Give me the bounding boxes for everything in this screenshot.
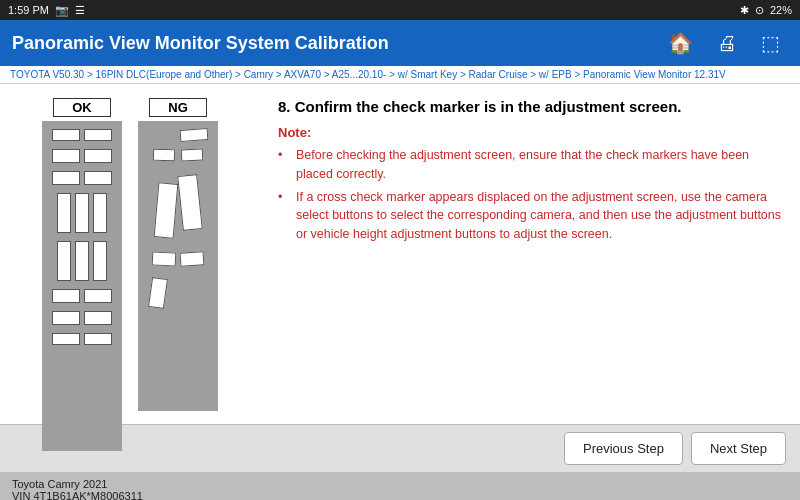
battery-text: 22% xyxy=(770,4,792,16)
bullet-item-2: • If a cross check marker appears displa… xyxy=(278,188,782,244)
footer: Toyota Camry 2021 VIN 4T1B61AK*M8006311 xyxy=(0,472,800,500)
bullet-dot-2: • xyxy=(278,188,292,207)
ok-diagram: OK xyxy=(42,98,122,451)
instructions-panel: 8. Confirm the check marker is in the ad… xyxy=(260,84,800,424)
status-bar: 1:59 PM 📷 ☰ ✱ ⊙ 22% xyxy=(0,0,800,20)
main-content: OK xyxy=(0,84,800,424)
ok-diagram-body xyxy=(42,121,122,451)
status-bar-left: 1:59 PM 📷 ☰ xyxy=(8,4,85,17)
wifi-icon: ⊙ xyxy=(755,4,764,17)
bullet-item-1: • Before checking the adjustment screen,… xyxy=(278,146,782,184)
next-step-button[interactable]: Next Step xyxy=(691,432,786,465)
page-title: Panoramic View Monitor System Calibratio… xyxy=(12,33,389,54)
bullet-text-1: Before checking the adjustment screen, e… xyxy=(296,146,782,184)
header-icons: 🏠 🖨 ⬚ xyxy=(660,27,788,59)
ng-label: NG xyxy=(149,98,207,117)
bluetooth-icon: ✱ xyxy=(740,4,749,17)
print-button[interactable]: 🖨 xyxy=(709,28,745,59)
breadcrumb: TOYOTA V50.30 > 16PIN DLC(Europe and Oth… xyxy=(0,66,800,84)
footer-info: Toyota Camry 2021 VIN 4T1B61AK*M8006311 xyxy=(12,478,143,500)
signal-icon: ☰ xyxy=(75,4,85,17)
status-bar-right: ✱ ⊙ 22% xyxy=(740,4,792,17)
home-button[interactable]: 🏠 xyxy=(660,27,701,59)
bullet-dot-1: • xyxy=(278,146,292,165)
diagram-panel: OK xyxy=(0,84,260,424)
camera-icon: 📷 xyxy=(55,4,69,17)
ng-diagram-body xyxy=(138,121,218,411)
ok-label: OK xyxy=(53,98,111,117)
previous-step-button[interactable]: Previous Step xyxy=(564,432,683,465)
car-model: Toyota Camry 2021 xyxy=(12,478,143,490)
vin-text: VIN 4T1B61AK*M8006311 xyxy=(12,490,143,500)
ng-diagram: NG xyxy=(138,98,218,451)
time-display: 1:59 PM xyxy=(8,4,49,16)
bullet-text-2: If a cross check marker appears displace… xyxy=(296,188,782,244)
breadcrumb-text: TOYOTA V50.30 > 16PIN DLC(Europe and Oth… xyxy=(10,69,726,80)
note-label: Note: xyxy=(278,125,782,140)
header: Panoramic View Monitor System Calibratio… xyxy=(0,20,800,66)
diagram-container: OK xyxy=(42,98,218,451)
step-title: 8. Confirm the check marker is in the ad… xyxy=(278,98,782,115)
exit-button[interactable]: ⬚ xyxy=(753,27,788,59)
